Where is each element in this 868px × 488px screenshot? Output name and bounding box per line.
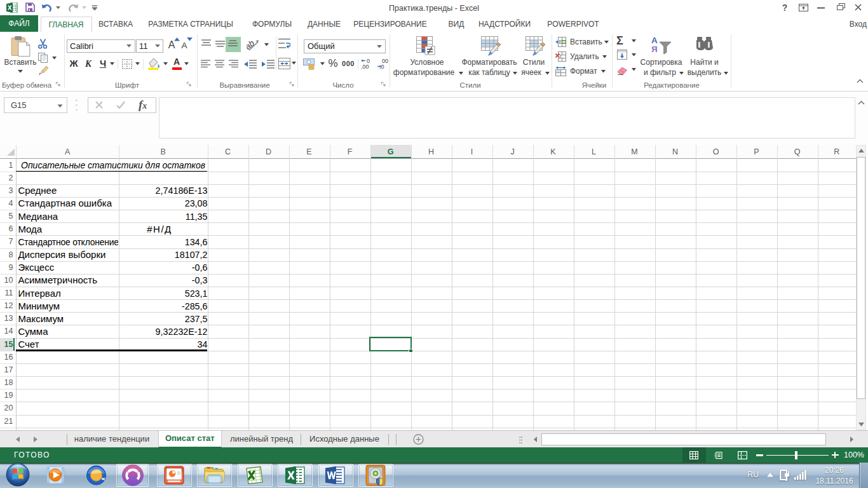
svg-text:,00: ,00 [361, 64, 369, 69]
